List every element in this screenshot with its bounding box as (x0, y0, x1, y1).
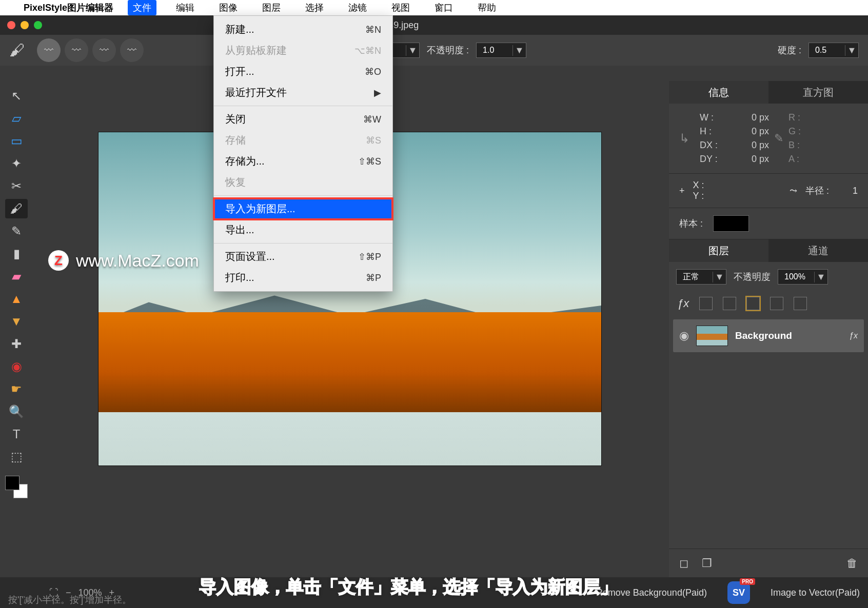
tutorial-caption: 导入图像，单击「文件」菜单，选择「导入为新图层」 (164, 575, 653, 599)
healing-tool[interactable]: ✚ (5, 334, 28, 354)
maximize-window-icon[interactable] (34, 21, 42, 29)
foreground-swatch[interactable] (5, 476, 19, 490)
wand-tool[interactable]: ✦ (5, 154, 28, 173)
menu-item-shortcut: ⌘W (363, 114, 381, 125)
text-tool[interactable]: T (5, 424, 28, 444)
watermark-logo: Z (48, 250, 69, 271)
layer-thumb-opt-3[interactable] (746, 297, 760, 310)
menu-help[interactable]: 帮助 (472, 0, 501, 15)
transform-tool[interactable]: ▱ (5, 109, 28, 128)
opacity-combo[interactable]: 1.0▼ (476, 43, 526, 58)
duplicate-layer-icon[interactable]: ❐ (702, 557, 712, 570)
layer-tabs: 图层 通道 (669, 239, 868, 262)
menu-item[interactable]: 打印...⌘P (214, 267, 392, 288)
layer-thumb-opt-1[interactable] (699, 297, 713, 310)
pencil-tool[interactable]: ✎ (5, 221, 28, 241)
layer-fx-row: ƒx (669, 292, 868, 315)
radius-dotted-icon: ⤳ (790, 185, 797, 196)
layer-opacity-label: 不透明度 (734, 271, 771, 283)
right-panel: 信息 直方图 ↳ W :0 px H :0 px DX :0 px DY :0 … (669, 81, 868, 577)
gradient-tool[interactable]: ▮ (5, 244, 28, 264)
menu-item[interactable]: 导出... (214, 219, 392, 240)
brush-indicator-icon: 🖌 (9, 42, 30, 59)
menu-select[interactable]: 选择 (300, 0, 329, 15)
menu-item[interactable]: 打开...⌘O (214, 61, 392, 82)
sv-logo-icon[interactable]: SVPRO (727, 581, 750, 604)
menu-item-shortcut: ⇧⌘P (358, 251, 381, 262)
brush-tool[interactable]: 🖌 (5, 199, 28, 218)
menu-item[interactable]: 存储为...⇧⌘S (214, 151, 392, 172)
layer-thumb-opt-5[interactable] (794, 297, 807, 310)
crop-tool[interactable]: ✂ (5, 176, 28, 196)
menu-item[interactable]: 最近打开文件▶ (214, 82, 392, 103)
layer-thumb-opt-2[interactable] (723, 297, 736, 310)
status-tip: 按'['减小半径。按']'增加半径。 (8, 594, 131, 606)
layer-thumb-opt-4[interactable] (770, 297, 783, 310)
sample-swatch[interactable] (713, 215, 749, 232)
tab-channels[interactable]: 通道 (768, 239, 868, 262)
left-tool-strip: ↖ ▱ ▭ ✦ ✂ 🖌 ✎ ▮ ▰ ▲ ▼ ✚ ◉ ☛ 🔍 T ⬚ (0, 81, 33, 608)
menu-file[interactable]: 文件 (128, 0, 156, 15)
redeye-tool[interactable]: ◉ (5, 357, 28, 376)
blend-mode-combo[interactable]: 正常▼ (676, 269, 726, 285)
image-to-vector-button[interactable]: Image to Vector(Paid) (771, 587, 860, 598)
stamp-tool[interactable]: ▼ (5, 312, 28, 331)
brush-preset-group: 〰 〰 〰 〰 (37, 38, 144, 62)
brush-preset-4[interactable]: 〰 (120, 38, 144, 62)
menu-item-shortcut: ⇧⌘S (358, 156, 381, 167)
eraser-tool[interactable]: ▰ (5, 267, 28, 286)
menu-item[interactable]: 页面设置...⇧⌘P (214, 246, 392, 267)
info-row-xy: + X : Y : ⤳ 半径 : 1 (669, 174, 868, 208)
smudge-tool[interactable]: ☛ (5, 379, 28, 399)
canvas-trees (98, 312, 601, 412)
menu-edit[interactable]: 编辑 (171, 0, 200, 15)
menu-item: 从剪贴板新建⌥⌘N (214, 40, 392, 61)
fx-icon[interactable]: ƒx (677, 297, 689, 310)
close-window-icon[interactable] (7, 21, 15, 29)
menu-item[interactable]: 导入为新图层... (214, 198, 392, 219)
hardness-combo[interactable]: 0.5▼ (808, 43, 859, 58)
visibility-toggle-icon[interactable]: ◉ (679, 329, 689, 342)
menu-window[interactable]: 窗口 (429, 0, 458, 15)
menu-layer[interactable]: 图层 (257, 0, 286, 15)
trash-icon[interactable]: 🗑 (846, 557, 858, 570)
menu-item-label: 打开... (225, 65, 254, 78)
menu-separator (214, 195, 392, 196)
info-tabs: 信息 直方图 (669, 81, 868, 104)
chevron-down-icon: ▼ (512, 45, 526, 56)
mac-menubar: PixelStyle图片编辑器 文件 编辑 图像 图层 选择 滤镜 视图 窗口 … (0, 0, 868, 15)
menu-image[interactable]: 图像 (214, 0, 243, 15)
menu-item-label: 从剪贴板新建 (225, 44, 287, 57)
opacity-label: 不透明度 : (427, 44, 469, 56)
tab-info[interactable]: 信息 (669, 81, 768, 104)
color-swatches[interactable] (5, 476, 28, 498)
tab-layers[interactable]: 图层 (669, 239, 768, 262)
zoom-tool[interactable]: 🔍 (5, 402, 28, 421)
marquee-tool[interactable]: ▭ (5, 131, 28, 151)
menu-item-shortcut: ⌘O (365, 66, 381, 77)
menu-item[interactable]: 新建...⌘N (214, 19, 392, 40)
move-tool[interactable]: ↖ (5, 86, 28, 106)
layer-fx-indicator[interactable]: ƒx (849, 331, 858, 340)
hardness-label: 硬度 : (778, 44, 801, 56)
layer-opacity-combo[interactable]: 100%▼ (778, 269, 828, 285)
brush-preset-3[interactable]: 〰 (92, 38, 116, 62)
menu-view[interactable]: 视图 (386, 0, 415, 15)
measure-icon: ↳ (679, 131, 695, 146)
menu-item-label: 存储 (225, 133, 246, 147)
menu-item-label: 导出... (225, 223, 254, 237)
tab-histogram[interactable]: 直方图 (768, 81, 868, 104)
brush-preset-2[interactable]: 〰 (65, 38, 88, 62)
shape-tool[interactable]: ⬚ (5, 447, 28, 467)
menu-filter[interactable]: 滤镜 (343, 0, 372, 15)
menu-item[interactable]: 关闭⌘W (214, 109, 392, 130)
watermark: Z www.MacZ.com (48, 250, 199, 271)
layer-name: Background (735, 330, 792, 341)
app-name[interactable]: PixelStyle图片编辑器 (24, 2, 113, 14)
new-layer-icon[interactable]: ◻ (679, 557, 688, 570)
minimize-window-icon[interactable] (21, 21, 29, 29)
fill-tool[interactable]: ▲ (5, 289, 28, 309)
brush-preset-1[interactable]: 〰 (37, 38, 61, 62)
layer-item-background[interactable]: ◉ Background ƒx (673, 319, 864, 352)
menu-item-label: 导入为新图层... (225, 202, 295, 216)
